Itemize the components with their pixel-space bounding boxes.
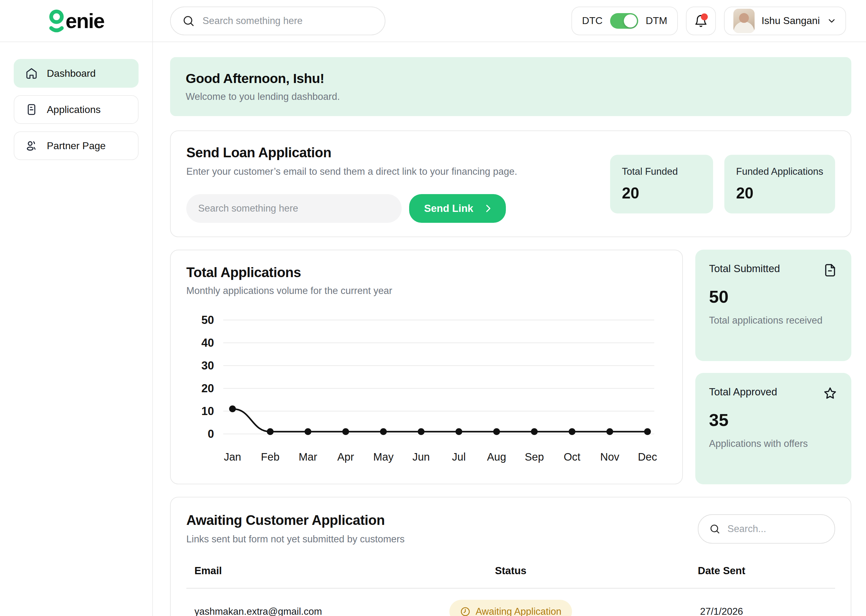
sidebar-item-label: Dashboard	[47, 68, 96, 79]
funded-stats: Total Funded 20 Funded Applications 20	[610, 155, 835, 214]
clock-icon	[460, 606, 471, 616]
status-text: Awaiting Application	[476, 606, 561, 616]
svg-text:Apr: Apr	[337, 451, 354, 463]
applications-chart: 01020304050JanFebMarAprMayJunJulAugSepOc…	[186, 308, 666, 468]
table-row: yashmakan.extra@gmail.com Awaiting Appli…	[186, 589, 835, 616]
total-funded-card: Total Funded 20	[610, 155, 713, 214]
mode-label-dtm: DTM	[646, 15, 667, 27]
send-link-label: Send Link	[424, 203, 473, 214]
awaiting-table: Email Status Date Sent yashmakan.extra@g…	[186, 565, 835, 616]
sidebar-item-dashboard[interactable]: Dashboard	[14, 59, 138, 88]
total-approved-label: Total Approved	[709, 386, 777, 398]
chart-subtitle: Monthly applications volume for the curr…	[186, 285, 666, 297]
chart-title: Total Applications	[186, 265, 666, 280]
column-email: Email	[195, 565, 405, 577]
global-search-input[interactable]	[203, 15, 374, 27]
svg-text:Nov: Nov	[600, 451, 619, 463]
column-status: Status	[405, 565, 616, 577]
total-submitted-label: Total Submitted	[709, 263, 780, 275]
logo-area: enie	[0, 0, 153, 42]
document-icon	[823, 263, 838, 278]
total-funded-label: Total Funded	[622, 166, 701, 177]
send-loan-subtitle: Enter your customer’s email to send them…	[186, 166, 597, 177]
greeting-title: Good Afternoon, Ishu!	[186, 71, 836, 86]
mode-toggle-group: DTC DTM	[571, 6, 678, 35]
column-date-sent: Date Sent	[616, 565, 827, 577]
dtc-dtm-toggle[interactable]	[610, 13, 638, 29]
send-loan-card: Send Loan Application Enter your custome…	[170, 130, 851, 237]
notification-dot	[701, 13, 708, 20]
svg-text:Oct: Oct	[564, 451, 580, 463]
send-loan-left: Send Loan Application Enter your custome…	[186, 145, 597, 223]
greeting-banner: Good Afternoon, Ishu! Welcome to you len…	[170, 57, 851, 116]
total-funded-value: 20	[622, 184, 701, 202]
toggle-knob	[624, 14, 637, 27]
svg-text:30: 30	[201, 359, 214, 372]
svg-text:Jun: Jun	[413, 451, 430, 463]
svg-text:Mar: Mar	[299, 451, 317, 463]
svg-text:20: 20	[201, 382, 214, 395]
total-approved-desc: Applications with offers	[709, 438, 838, 449]
greeting-subtitle: Welcome to you lending dashboard.	[186, 91, 836, 102]
genie-logo: enie	[47, 8, 104, 33]
total-approved-card: Total Approved 35 Applications with offe…	[695, 373, 851, 484]
main-content: Good Afternoon, Ishu! Welcome to you len…	[153, 42, 866, 616]
svg-text:10: 10	[201, 405, 214, 418]
svg-text:0: 0	[207, 427, 214, 440]
svg-text:Jan: Jan	[224, 451, 241, 463]
send-link-button[interactable]: Send Link	[409, 194, 506, 223]
notifications-button[interactable]	[686, 6, 716, 35]
summary-cards: Total Submitted 50 Total applications re…	[695, 250, 851, 484]
customer-email-input[interactable]	[186, 194, 402, 223]
awaiting-header: Awaiting Customer Application Links sent…	[186, 512, 835, 545]
table-header: Email Status Date Sent	[186, 565, 835, 589]
chevron-right-icon	[483, 203, 494, 214]
sidebar-item-applications[interactable]: Applications	[14, 95, 138, 124]
mode-label-dtc: DTC	[582, 15, 603, 27]
user-name: Ishu Sangani	[761, 15, 820, 27]
lending-dashboard: enie DTC DTM Ishu Sangani	[0, 0, 866, 616]
top-header: DTC DTM Ishu Sangani	[153, 0, 866, 42]
svg-text:40: 40	[201, 336, 214, 349]
row-date-sent: 27/1/2026	[616, 606, 827, 616]
total-applications-card: Total Applications Monthly applications …	[170, 250, 683, 484]
sidebar-item-partner-page[interactable]: Partner Page	[14, 131, 138, 160]
svg-text:Aug: Aug	[487, 451, 506, 463]
status-badge: Awaiting Application	[450, 600, 572, 616]
send-loan-title: Send Loan Application	[186, 145, 597, 160]
search-icon	[709, 522, 721, 536]
avatar	[733, 9, 754, 33]
sidebar-item-label: Applications	[47, 104, 101, 115]
svg-text:Dec: Dec	[638, 451, 657, 463]
awaiting-subtitle: Links sent but form not yet submitted by…	[186, 534, 405, 545]
svg-text:Jul: Jul	[452, 451, 465, 463]
global-search[interactable]	[170, 6, 385, 35]
star-icon	[823, 386, 838, 401]
chevron-down-icon	[827, 16, 837, 26]
partner-icon	[25, 139, 38, 152]
logo-text: enie	[66, 9, 104, 33]
awaiting-customer-card: Awaiting Customer Application Links sent…	[170, 497, 851, 616]
applications-icon	[25, 103, 38, 116]
sidebar-item-label: Partner Page	[47, 140, 106, 152]
total-submitted-desc: Total applications received	[709, 315, 838, 326]
total-submitted-value: 50	[709, 286, 838, 307]
total-submitted-card: Total Submitted 50 Total applications re…	[695, 250, 851, 361]
awaiting-title: Awaiting Customer Application	[186, 512, 405, 528]
svg-text:50: 50	[201, 314, 214, 327]
svg-text:Sep: Sep	[525, 451, 544, 463]
sidebar: Dashboard Applications Partner Page	[0, 42, 153, 616]
row-status: Awaiting Application	[405, 600, 616, 616]
search-icon	[182, 14, 195, 27]
total-approved-value: 35	[709, 410, 838, 430]
profile-menu[interactable]: Ishu Sangani	[724, 6, 846, 35]
charts-row: Total Applications Monthly applications …	[170, 250, 851, 484]
row-email: yashmakan.extra@gmail.com	[195, 606, 405, 616]
svg-text:May: May	[373, 451, 394, 463]
funded-applications-value: 20	[736, 184, 823, 202]
funded-applications-card: Funded Applications 20	[724, 155, 835, 214]
awaiting-search[interactable]	[698, 514, 835, 544]
genie-g-icon	[47, 8, 66, 33]
awaiting-search-input[interactable]	[728, 523, 824, 534]
chart-area: 01020304050JanFebMarAprMayJunJulAugSepOc…	[186, 308, 666, 469]
